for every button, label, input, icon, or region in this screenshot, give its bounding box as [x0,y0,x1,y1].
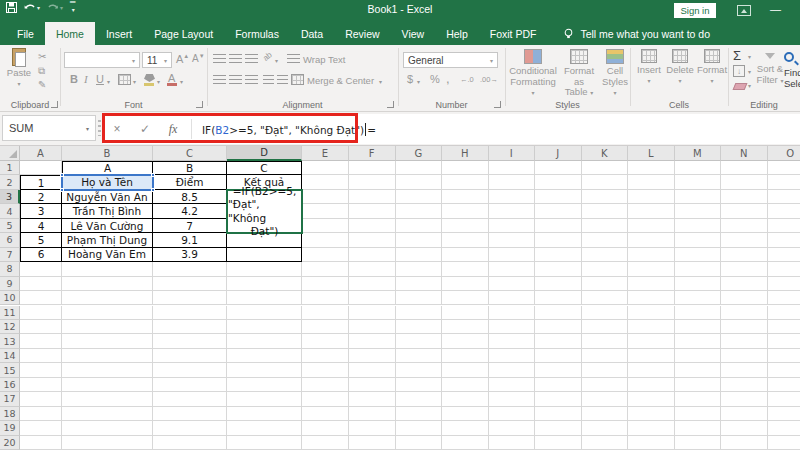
cell-J19[interactable] [535,421,582,435]
cell-G2[interactable] [396,175,443,189]
save-icon[interactable] [6,2,17,13]
cell-I9[interactable] [489,277,536,291]
ribbon-display-options-icon[interactable] [737,5,751,16]
sort-filter-button[interactable]: Sort & Filter ▾ [756,49,784,86]
merge-center-dropdown-icon[interactable]: ▾ [379,78,382,85]
cell-M6[interactable] [675,233,722,247]
cell-M12[interactable] [675,320,722,334]
cell-F4[interactable] [349,204,396,218]
cell-C14[interactable] [153,349,227,363]
cell-F2[interactable] [349,175,396,189]
cell-K19[interactable] [582,421,629,435]
cell-I1[interactable] [489,161,536,175]
row-header-20[interactable]: 20 [0,436,20,450]
cell-B4[interactable]: Trần Thị Bình [62,204,153,218]
cell-M11[interactable] [675,306,722,320]
format-as-table-button[interactable]: Format as Table ▾ [558,49,600,99]
column-header-H[interactable]: H [442,146,489,161]
cell-E3[interactable] [302,190,349,204]
bold-button[interactable]: B [70,73,78,85]
fill-icon[interactable]: ↓ [733,65,745,77]
tab-home[interactable]: Home [45,22,95,45]
cell-N2[interactable] [721,175,768,189]
cell-O9[interactable] [768,277,800,291]
cell-C19[interactable] [153,421,227,435]
cell-I12[interactable] [489,320,536,334]
shrink-font-icon[interactable]: A▼ [192,53,205,64]
cell-M10[interactable] [675,291,722,305]
cell-L4[interactable] [628,204,675,218]
cell-B12[interactable] [62,320,153,334]
cell-L8[interactable] [628,262,675,276]
tab-insert[interactable]: Insert [95,22,143,45]
cell-L15[interactable] [628,363,675,377]
cell-G3[interactable] [396,190,443,204]
column-header-M[interactable]: M [675,146,722,161]
cell-E4[interactable] [302,204,349,218]
cell-M20[interactable] [675,436,722,450]
column-header-B[interactable]: B [62,146,153,161]
insert-function-icon[interactable]: fx [159,122,187,137]
cell-C16[interactable] [153,378,227,392]
cell-H2[interactable] [442,175,489,189]
cell-O2[interactable] [768,175,800,189]
cell-G10[interactable] [396,291,443,305]
cancel-icon[interactable]: × [103,122,131,136]
customize-qat-icon[interactable]: ▔▾ [70,4,75,12]
number-format-combo[interactable]: General▾ [403,52,498,68]
clear-icon[interactable] [733,83,748,90]
clipboard-dialog-launcher-icon[interactable] [51,101,58,108]
cell-B7[interactable]: Hoàng Văn Em [62,248,153,262]
tab-data[interactable]: Data [290,22,334,45]
column-header-L[interactable]: L [628,146,675,161]
cell-C3[interactable]: 8.5 [153,190,227,204]
cell-J20[interactable] [535,436,582,450]
cell-H18[interactable] [442,407,489,421]
cell-B14[interactable] [62,349,153,363]
cell-N16[interactable] [721,378,768,392]
cell-E7[interactable] [302,248,349,262]
cell-H13[interactable] [442,334,489,348]
cell-B1[interactable]: A [62,161,153,175]
copy-icon[interactable]: ⧉ [38,65,45,76]
cell-styles-button[interactable]: Cell Styles ▾ [600,49,630,99]
cell-K11[interactable] [582,306,629,320]
conditional-formatting-button[interactable]: Conditional Formatting ▾ [509,49,557,99]
cell-J8[interactable] [535,262,582,276]
cell-K20[interactable] [582,436,629,450]
align-middle-icon[interactable] [229,54,242,63]
cell-F7[interactable] [349,248,396,262]
cell-F10[interactable] [349,291,396,305]
cell-O7[interactable] [768,248,800,262]
cell-A12[interactable] [20,320,62,334]
fill-color-dropdown-icon[interactable]: ▾ [157,78,160,85]
enter-icon[interactable]: ✓ [131,122,159,136]
cell-A17[interactable] [20,392,62,406]
cell-O12[interactable] [768,320,800,334]
cell-F11[interactable] [349,306,396,320]
cell-J2[interactable] [535,175,582,189]
cell-A16[interactable] [20,378,62,392]
cell-H19[interactable] [442,421,489,435]
cell-A15[interactable] [20,363,62,377]
font-name-combo[interactable]: ▾ [64,52,140,68]
cell-G11[interactable] [396,306,443,320]
format-cells-button[interactable]: Format ▾ [696,49,728,86]
active-cell-editor[interactable]: =IF(B2>=5,"Đạt", "KhôngĐạt") [226,189,303,234]
column-header-F[interactable]: F [349,146,396,161]
cell-I13[interactable] [489,334,536,348]
cell-J7[interactable] [535,248,582,262]
cell-A11[interactable] [20,306,62,320]
cell-O17[interactable] [768,392,800,406]
cell-M3[interactable] [675,190,722,204]
cell-O14[interactable] [768,349,800,363]
cell-F8[interactable] [349,262,396,276]
cell-L14[interactable] [628,349,675,363]
fill-color-icon[interactable] [144,74,155,82]
cell-I3[interactable] [489,190,536,204]
column-header-A[interactable]: A [20,146,62,161]
cell-E5[interactable] [302,219,349,233]
cell-J9[interactable] [535,277,582,291]
cell-H11[interactable] [442,306,489,320]
cell-M16[interactable] [675,378,722,392]
